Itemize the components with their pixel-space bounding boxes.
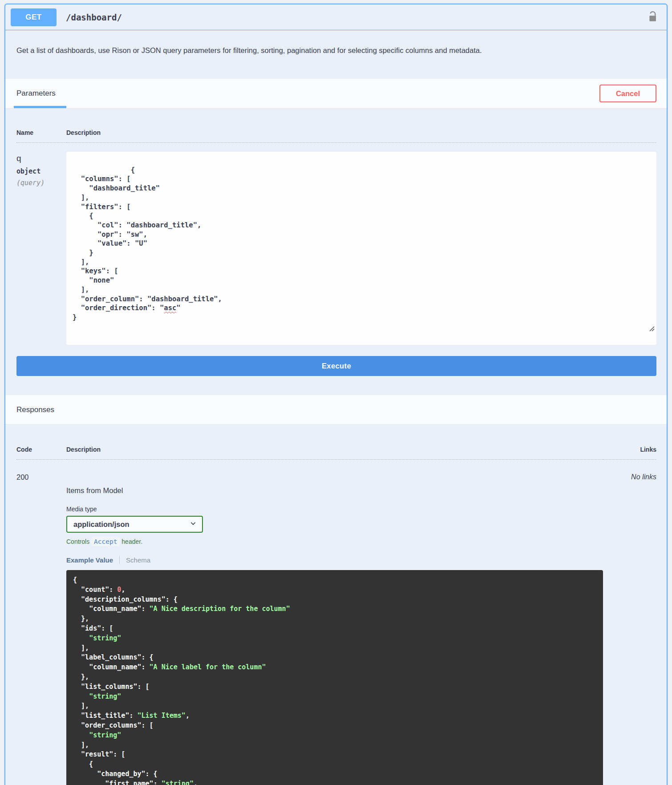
controls-accept-hint: Controls Accept header.	[66, 538, 603, 545]
example-schema-tabs: Example Value Schema	[66, 556, 603, 564]
example-response-json: { "count": 0, "description_columns": { "…	[66, 570, 603, 785]
auth-lock-button[interactable]	[648, 11, 657, 24]
chevron-down-icon	[190, 520, 197, 529]
media-type-select[interactable]: application/json	[66, 516, 203, 533]
controls-hint-suffix: header.	[121, 538, 142, 545]
response-code-header: Code	[16, 438, 66, 460]
media-type-selected-value: application/json	[73, 520, 130, 529]
param-description-header: Description	[66, 121, 656, 143]
opblock-get-dashboard: GET /dashboard/ Get a list of dashboards…	[4, 4, 668, 785]
tab-example-value[interactable]: Example Value	[66, 556, 113, 564]
param-name-header: Name	[16, 121, 66, 143]
responses-title: Responses	[16, 395, 54, 424]
q-editor-misspelled-word: asc	[164, 304, 176, 312]
media-type-label: Media type	[66, 506, 603, 513]
response-description: Items from Model	[66, 486, 603, 495]
cancel-button[interactable]: Cancel	[599, 85, 656, 102]
parameters-header: Parameters Cancel	[5, 79, 667, 109]
tab-schema[interactable]: Schema	[126, 556, 150, 564]
param-type: object	[16, 167, 66, 175]
textarea-resize-handle[interactable]	[583, 316, 655, 343]
controls-hint-prefix: Controls	[66, 538, 89, 545]
response-code: 200	[16, 473, 66, 482]
parameters-table: Name Description q object (query) { "col…	[5, 109, 667, 395]
q-editor-text: { "columns": [ "dashboard_title" ], "fil…	[73, 166, 222, 312]
response-row-200: 200 Items from Model Media type applicat…	[16, 460, 656, 785]
execute-button[interactable]: Execute	[16, 356, 656, 376]
endpoint-summary-bar[interactable]: GET /dashboard/	[5, 4, 667, 30]
param-location: (query)	[16, 179, 66, 187]
endpoint-path: /dashboard/	[66, 12, 122, 22]
tab-parameters[interactable]: Parameters	[16, 79, 56, 108]
endpoint-description: Get a list of dashboards, use Rison or J…	[5, 30, 667, 79]
unlock-icon	[648, 11, 657, 24]
param-row-q: q object (query) { "columns": [ "dashboa…	[16, 143, 656, 345]
response-links-value: No links	[603, 473, 656, 481]
http-method-badge: GET	[11, 8, 57, 26]
param-q-json-editor[interactable]: { "columns": [ "dashboard_title" ], "fil…	[66, 152, 656, 345]
tab-separator	[119, 556, 120, 564]
responses-table: Code Description Links 200 Items from Mo…	[5, 425, 667, 785]
param-name: q	[16, 143, 66, 163]
accept-header-code: Accept	[91, 537, 120, 546]
response-links-header: Links	[603, 438, 656, 460]
responses-header: Responses	[5, 395, 667, 425]
response-description-header: Description	[66, 438, 603, 460]
